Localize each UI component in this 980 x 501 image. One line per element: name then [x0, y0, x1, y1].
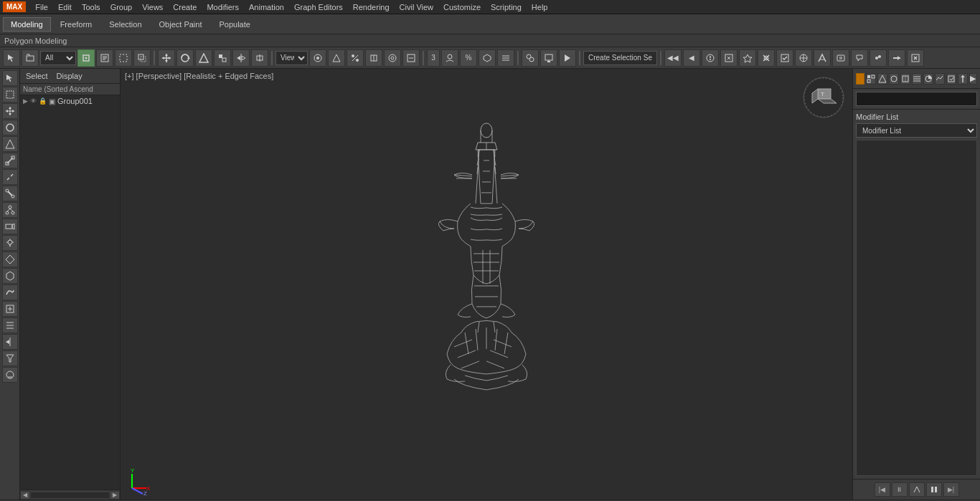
menu-scripting[interactable]: Scripting: [486, 2, 527, 12]
rpanel-ctrl-4[interactable]: [926, 482, 942, 497]
percent-snap-btn[interactable]: [347, 49, 364, 67]
side-viewport-create[interactable]: [2, 301, 18, 317]
more-tools-btn7[interactable]: [814, 49, 831, 67]
side-select-geometry[interactable]: [2, 268, 18, 284]
more-tools-btn1[interactable]: [702, 49, 719, 67]
side-schematic[interactable]: [2, 202, 18, 218]
more-tools-btn8[interactable]: [832, 49, 849, 67]
rpanel-ctrl-3[interactable]: [909, 482, 925, 497]
scale-btn[interactable]: [195, 49, 212, 67]
scene-hscrollbar[interactable]: [31, 492, 109, 498]
rpanel-btn2[interactable]: [877, 73, 887, 85]
more-tools-btn6[interactable]: [795, 49, 812, 67]
side-rotate[interactable]: [2, 120, 18, 135]
rotate-btn[interactable]: [176, 49, 194, 67]
move-btn[interactable]: [158, 49, 175, 67]
scene-scrollbar[interactable]: [114, 287, 120, 490]
track-view-btn[interactable]: [402, 49, 420, 67]
side-unlink[interactable]: [2, 169, 18, 185]
select-btn[interactable]: Select: [23, 71, 51, 81]
select-object-btn[interactable]: [77, 49, 95, 67]
prev-key-btn[interactable]: ◀◀: [664, 49, 682, 67]
rpanel-btn9[interactable]: [958, 73, 968, 85]
scroll-right-btn[interactable]: ▶: [110, 491, 120, 500]
tab-object-paint[interactable]: Object Paint: [151, 17, 210, 32]
menu-animation[interactable]: Animation: [244, 2, 289, 12]
side-scale[interactable]: [2, 136, 18, 152]
side-filter[interactable]: [2, 350, 18, 366]
menu-create[interactable]: Create: [168, 2, 202, 12]
more-tools-btn4[interactable]: [758, 49, 775, 67]
align-btn[interactable]: [251, 49, 268, 67]
more-tools-btn3[interactable]: [739, 49, 756, 67]
more-tools-btn9[interactable]: [851, 49, 868, 67]
more-tools-btn10[interactable]: [870, 49, 887, 67]
rpanel-btn6[interactable]: [923, 73, 933, 85]
viewport[interactable]: [+] [Perspective] [Realistic + Edged Fac…: [121, 69, 852, 500]
menu-group[interactable]: Group: [105, 2, 138, 12]
menu-graph-editors[interactable]: Graph Editors: [289, 2, 348, 12]
rpanel-btn7[interactable]: [935, 73, 945, 85]
color-swatch-active[interactable]: [856, 73, 864, 85]
rect-select-btn[interactable]: [115, 49, 132, 67]
tab-populate[interactable]: Populate: [211, 17, 258, 32]
color-input[interactable]: [856, 92, 977, 106]
menu-views[interactable]: Views: [137, 2, 168, 12]
rpanel-btn8[interactable]: [946, 73, 956, 85]
spinner-snap-btn[interactable]: [365, 49, 382, 67]
rpanel-ctrl-5[interactable]: ▶|: [943, 482, 959, 497]
menu-file[interactable]: File: [30, 2, 53, 12]
menu-tools[interactable]: Tools: [77, 2, 105, 12]
visibility-eye[interactable]: 👁: [30, 97, 37, 105]
named-sel-btn[interactable]: [441, 49, 458, 67]
more-tools-btn2[interactable]: [720, 49, 738, 67]
display-btn[interactable]: Display: [54, 71, 85, 81]
prev-frame-btn[interactable]: ◀: [683, 49, 700, 67]
rpanel-btn3[interactable]: [889, 73, 899, 85]
view-dropdown[interactable]: View: [275, 51, 308, 65]
isolate-btn[interactable]: [384, 49, 401, 67]
more-tools-btn12[interactable]: [907, 49, 924, 67]
mirror-btn[interactable]: [232, 49, 250, 67]
create-selection-btn[interactable]: Create Selection Se: [583, 51, 657, 65]
select-by-name-btn[interactable]: [96, 49, 113, 67]
menu-customize[interactable]: Customize: [438, 2, 486, 12]
angle-snap-btn[interactable]: [328, 49, 345, 67]
more-tools-btn5[interactable]: [776, 49, 793, 67]
modifier-dropdown[interactable]: Modifier List: [856, 123, 977, 138]
side-select-camera[interactable]: [2, 219, 18, 234]
rpanel-btn1[interactable]: [866, 73, 876, 85]
rpanel-btn5[interactable]: [912, 73, 922, 85]
side-select-spline[interactable]: [2, 285, 18, 300]
curve-editor-btn[interactable]: %: [460, 49, 477, 67]
select-region-btn[interactable]: [22, 49, 39, 67]
tab-selection[interactable]: Selection: [101, 17, 149, 32]
rpanel-btn10[interactable]: ▶: [969, 73, 978, 85]
more-tools-btn11[interactable]: [888, 49, 905, 67]
rpanel-ctrl-2[interactable]: ⏸: [892, 482, 908, 497]
menu-civil-view[interactable]: Civil View: [395, 2, 438, 12]
viewport-gizmo[interactable]: T: [802, 76, 845, 119]
material-editor-btn[interactable]: [522, 49, 539, 67]
rpanel-ctrl-1[interactable]: |◀: [875, 482, 890, 497]
select-tool-btn[interactable]: [3, 49, 20, 67]
side-link[interactable]: [2, 153, 18, 168]
filter-dropdown[interactable]: All: [40, 51, 76, 65]
side-bottom[interactable]: [2, 367, 18, 383]
rpanel-btn4[interactable]: [900, 73, 910, 85]
render-btn[interactable]: [559, 49, 576, 67]
render-setup-btn[interactable]: [540, 49, 557, 67]
side-spacing[interactable]: [2, 318, 18, 333]
side-select-region[interactable]: [2, 87, 18, 102]
scene-list-item[interactable]: ▶ 👁 🔒 ▣ Group001: [20, 95, 120, 107]
menu-help[interactable]: Help: [527, 2, 553, 12]
side-mirror[interactable]: [2, 334, 18, 350]
transform-btn[interactable]: [214, 49, 231, 67]
ribbon-btn[interactable]: [479, 49, 496, 67]
side-select-obj[interactable]: [2, 70, 18, 86]
tab-freeform[interactable]: Freeform: [52, 17, 100, 32]
menu-edit[interactable]: Edit: [53, 2, 77, 12]
tab-modeling[interactable]: Modeling: [3, 17, 51, 32]
side-select-light[interactable]: [2, 235, 18, 251]
layers-btn[interactable]: [497, 49, 514, 67]
